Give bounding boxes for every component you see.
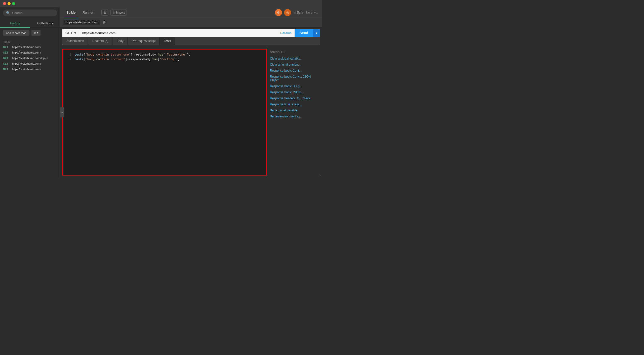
line-number: 1 — [65, 53, 71, 57]
list-item[interactable]: GET https://testerhome.com/ — [0, 66, 60, 72]
tab-authorization[interactable]: Authorization — [62, 37, 88, 45]
snippet-item[interactable]: Response body: Is eq... — [267, 83, 322, 89]
add-tab-icon: ⊕ — [102, 20, 106, 25]
snippets-title: SNIPPETS — [267, 50, 322, 56]
code-editor-wrap: ◀ 1 tests['body contain testerhome']=res… — [60, 47, 322, 178]
sidebar-actions: Add to collection 🗑 ▾ — [0, 28, 60, 38]
tab-tests[interactable]: Tests — [160, 37, 175, 45]
code-editor[interactable]: 1 tests['body contain testerhome']=respo… — [62, 49, 267, 175]
snippet-item[interactable]: Clear an environmen... — [267, 62, 322, 68]
history-url: https://testerhome.com/topics — [12, 57, 48, 60]
search-icon: 🔍 — [6, 11, 10, 15]
history-list: Today GET https://testerhome.com/ GET ht… — [0, 38, 60, 178]
request-tabs: Authorization Headers (6) Body Pre-reque… — [62, 37, 320, 45]
method-chevron-icon: ▾ — [74, 31, 76, 35]
tab-builder[interactable]: Builder — [64, 10, 78, 15]
close-button[interactable] — [3, 2, 6, 5]
tab-collections[interactable]: Collections — [30, 19, 60, 28]
tab-runner[interactable]: Runner — [80, 10, 95, 15]
snippet-item[interactable]: Set an environment v... — [267, 113, 322, 119]
sync-icon-1[interactable]: ⚙ — [275, 9, 282, 16]
new-tab-icon: ⊞ — [104, 11, 106, 14]
add-to-collection-button[interactable]: Add to collection — [3, 30, 29, 36]
snippets-panel: SNIPPETS Clear a global variabl... Clear… — [267, 47, 322, 178]
line-number: 2 — [65, 57, 71, 62]
url-bar-row: https://testerhome.com/ ⊕ — [60, 18, 322, 27]
sync-icon-2[interactable]: ◎ — [284, 9, 291, 16]
list-item[interactable]: GET https://testerhome.com/ — [0, 50, 60, 55]
snippet-item[interactable]: Response body: Conv... JSON Object — [267, 74, 322, 83]
app-container: 🔍 History Collections Add to collection … — [0, 7, 322, 178]
toolbar: Builder Runner ⊞ ⬆ Import ⚙ ◎ In Syn — [60, 7, 322, 18]
method-badge: GET — [3, 57, 10, 60]
history-url: https://testerhome.com/ — [12, 46, 41, 49]
snippet-item[interactable]: Response body: Cont... — [267, 68, 322, 74]
snippet-item[interactable]: Clear a global variabl... — [267, 56, 322, 62]
list-item[interactable]: GET https://testerhome.com/ — [0, 44, 60, 50]
toolbar-right: ⚙ ◎ In Sync No env... — [275, 9, 318, 16]
method-badge: GET — [3, 68, 10, 71]
send-button[interactable]: Send — [295, 29, 313, 37]
trash-icon: 🗑 — [33, 31, 36, 34]
titlebar — [0, 0, 322, 7]
code-text: tests['body contain doctorq']=responseBo… — [74, 57, 180, 62]
code-text: tests['body contain testerhome']=respons… — [74, 53, 190, 57]
import-button[interactable]: ⬆ Import — [110, 10, 127, 16]
history-group-today: Today — [0, 39, 60, 44]
snippet-item[interactable]: Response time is less... — [267, 101, 322, 107]
new-tab-button[interactable]: ⊞ — [101, 10, 108, 16]
toolbar-icons: ⊞ ⬆ Import — [101, 10, 127, 16]
url-tab[interactable]: https://testerhome.com/ — [63, 20, 100, 25]
traffic-lights — [3, 2, 15, 5]
params-button[interactable]: Params — [277, 29, 295, 37]
add-tab-button[interactable]: ⊕ — [101, 20, 107, 25]
history-url: https://testerhome.com/ — [12, 68, 41, 71]
send-chevron-icon: ▾ — [316, 31, 317, 35]
list-item[interactable]: GET https://testerhome.com/ — [0, 61, 60, 66]
url-input[interactable] — [79, 29, 277, 37]
trash-button[interactable]: 🗑 ▾ — [31, 30, 41, 36]
import-icon: ⬆ — [113, 11, 115, 14]
tab-body[interactable]: Body — [112, 37, 128, 45]
tab-pre-request[interactable]: Pre-request script — [128, 37, 160, 45]
code-line-2: 2 tests['body contain doctorq']=response… — [63, 57, 266, 62]
history-url: https://testerhome.com/ — [12, 51, 41, 54]
method-badge: GET — [3, 46, 10, 49]
in-sync-label: In Sync — [294, 11, 304, 14]
snippet-item[interactable]: Set a global variable — [267, 107, 322, 113]
tab-history[interactable]: History — [0, 19, 30, 28]
trash-chevron-icon: ▾ — [37, 31, 38, 34]
request-line-wrap: GET ▾ Params Send ▾ Authorizati — [62, 29, 320, 45]
sidebar: 🔍 History Collections Add to collection … — [0, 7, 60, 178]
method-badge: GET — [3, 51, 10, 54]
main-content: Builder Runner ⊞ ⬆ Import ⚙ ◎ In Syn — [60, 7, 322, 178]
method-select[interactable]: GET ▾ — [62, 29, 79, 37]
send-chevron-button[interactable]: ▾ — [313, 29, 320, 37]
search-bar: 🔍 — [0, 7, 60, 19]
list-item[interactable]: GET https://testerhome.com/topics — [0, 55, 60, 61]
minimize-button[interactable] — [8, 2, 11, 5]
history-url: https://testerhome.com/ — [12, 62, 41, 65]
no-env-label: No env... — [306, 11, 318, 14]
snippet-item[interactable]: Response headers: C... check — [267, 95, 322, 101]
code-line-1: 1 tests['body contain testerhome']=respo… — [63, 53, 266, 57]
snippet-item[interactable]: Response body: JSON... — [267, 89, 322, 95]
method-badge: GET — [3, 62, 10, 65]
collapse-sidebar-handle[interactable]: ◀ — [60, 107, 64, 117]
request-area: GET ▾ Params Send ▾ Authorizati — [60, 27, 322, 178]
sync-icons: ⚙ ◎ — [275, 9, 291, 16]
tab-headers[interactable]: Headers (6) — [88, 37, 112, 45]
maximize-button[interactable] — [12, 2, 15, 5]
send-button-wrap: Send ▾ — [295, 29, 320, 37]
sidebar-tabs: History Collections — [0, 19, 60, 28]
search-input-wrap: 🔍 — [3, 10, 57, 16]
search-input[interactable] — [12, 11, 54, 15]
